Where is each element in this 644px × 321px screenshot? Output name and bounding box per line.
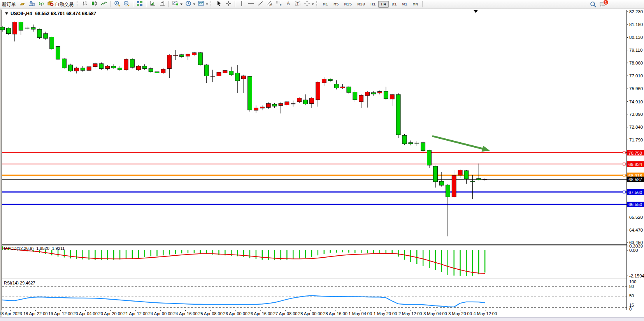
equidistant-channel-button[interactable]: E	[265, 0, 274, 8]
timeframe-m15-button[interactable]: M15	[341, 1, 354, 8]
cursor-button[interactable]	[214, 0, 224, 8]
time-axis[interactable]: 18 Apr 202318 Apr 22:0019 Apr 12:0020 Ap…	[0, 310, 497, 316]
auto-scroll-button[interactable]	[148, 0, 158, 8]
horizontal-line-button[interactable]	[246, 0, 256, 8]
fibonacci-icon: F	[275, 0, 283, 9]
candle	[427, 150, 432, 168]
rsi-panel: 1008050150	[2, 279, 636, 311]
svg-text:E: E	[270, 4, 272, 7]
price-axis[interactable]: 82.23081.18080.13079.11078.06077.01075.9…	[626, 9, 643, 245]
candle	[81, 66, 85, 72]
timeframe-h4-button[interactable]: H4	[378, 1, 389, 8]
candle	[365, 91, 370, 108]
vertical-line-button[interactable]	[237, 0, 246, 8]
chart-symbol-period: USOil-,H4	[11, 11, 32, 16]
timeframe-m30-button[interactable]: M30	[354, 1, 368, 8]
hline-anchor[interactable]	[623, 152, 625, 154]
price-tick-label: 82.230	[629, 9, 643, 14]
autotrading-button-label: 自动交易	[55, 1, 74, 8]
candle	[56, 46, 60, 60]
candle	[409, 140, 413, 145]
horizontal-lines	[2, 152, 626, 204]
candle	[433, 166, 438, 187]
channel-icon: E	[266, 0, 273, 9]
periods-button[interactable]	[184, 0, 197, 8]
timeframe-mn-button[interactable]: MN	[410, 1, 421, 8]
macd-axis-label: -2.1594	[629, 274, 644, 278]
candle	[124, 58, 128, 71]
data-window-button[interactable]	[27, 0, 37, 8]
candle	[340, 84, 345, 89]
candle	[105, 65, 110, 70]
timeframe-m1-button[interactable]: M1	[320, 1, 331, 8]
crosshair-button[interactable]	[224, 0, 233, 8]
price-tick-label: 73.890	[629, 112, 643, 117]
price-tick-label: 65.520	[629, 215, 643, 220]
candle	[167, 54, 172, 78]
price-tick-label: 64.470	[629, 228, 643, 232]
symbol-dropdown-icon[interactable]	[5, 12, 8, 15]
timeframe-d1-button[interactable]: D1	[389, 1, 399, 8]
chevron-down-icon	[193, 3, 195, 5]
toolbar-grip	[211, 1, 213, 7]
candle	[316, 82, 320, 107]
time-tick-label: 26 Apr 00:00	[223, 311, 247, 316]
price-tick-label: 74.910	[629, 99, 643, 104]
candle	[130, 58, 134, 69]
zoom-in-button[interactable]	[112, 0, 122, 8]
autotrading-button[interactable]: 自动交易	[46, 0, 75, 8]
add-indicator-button[interactable]	[171, 0, 184, 8]
market-watch-button[interactable]	[18, 0, 27, 8]
candle	[211, 70, 215, 82]
time-tick-label: 28 Apr 16:00	[323, 311, 347, 316]
candlestick-chart-button[interactable]	[90, 0, 99, 8]
search-button[interactable]	[588, 0, 598, 8]
bar-chart-button[interactable]	[81, 0, 90, 8]
candle	[328, 78, 332, 82]
candle	[334, 80, 339, 89]
notifications-button[interactable]: 1	[598, 0, 607, 8]
new-order-button[interactable]: 新订单	[0, 0, 18, 8]
templates-button[interactable]	[197, 0, 209, 8]
candle	[93, 63, 97, 69]
candle	[421, 142, 425, 152]
hline-anchor[interactable]	[623, 191, 625, 193]
candle	[142, 64, 147, 70]
text-button[interactable]: A	[284, 0, 293, 8]
candle	[118, 66, 122, 71]
chart-canvas[interactable]: 82.23081.18080.13079.11078.06077.01075.9…	[0, 0, 644, 321]
line-chart-icon	[100, 0, 107, 9]
candle	[279, 102, 283, 113]
market-watch-icon	[19, 0, 26, 9]
line-chart-button[interactable]	[99, 0, 109, 8]
timeframe-h1-button[interactable]: H1	[368, 1, 378, 8]
hline-anchor[interactable]	[623, 174, 625, 176]
tile-windows-icon	[136, 0, 143, 9]
candle	[12, 22, 17, 42]
zoom-out-button[interactable]	[122, 0, 131, 8]
toolbar-separator	[422, 1, 423, 7]
rsi-line	[2, 296, 485, 307]
chart-shift-marker[interactable]	[474, 10, 478, 13]
price-label-text: 69.834	[628, 162, 642, 167]
arrows-button[interactable]	[302, 0, 315, 8]
candle	[297, 98, 302, 103]
chart-shift-button[interactable]	[158, 0, 167, 8]
time-tick-label: 25 Apr 08:00	[198, 311, 222, 316]
trend-arrow[interactable]	[432, 136, 490, 152]
timeframe-w1-button[interactable]: W1	[400, 1, 410, 8]
signals-button[interactable]	[37, 0, 46, 8]
bar-chart-icon	[82, 0, 89, 9]
tile-windows-button[interactable]	[135, 0, 144, 8]
trendline-button[interactable]	[256, 0, 265, 8]
candle	[446, 184, 450, 236]
timeframe-m5-button[interactable]: M5	[331, 1, 341, 8]
price-tick-label: 81.180	[629, 22, 643, 27]
candlestick-icon	[91, 0, 98, 9]
candle	[68, 64, 72, 72]
fibonacci-button[interactable]: F	[274, 0, 284, 8]
hline-anchor[interactable]	[623, 163, 625, 165]
candle	[304, 94, 308, 105]
time-tick-label: 24 Apr 16:00	[173, 311, 197, 316]
text-label-button[interactable]: T	[293, 0, 302, 8]
